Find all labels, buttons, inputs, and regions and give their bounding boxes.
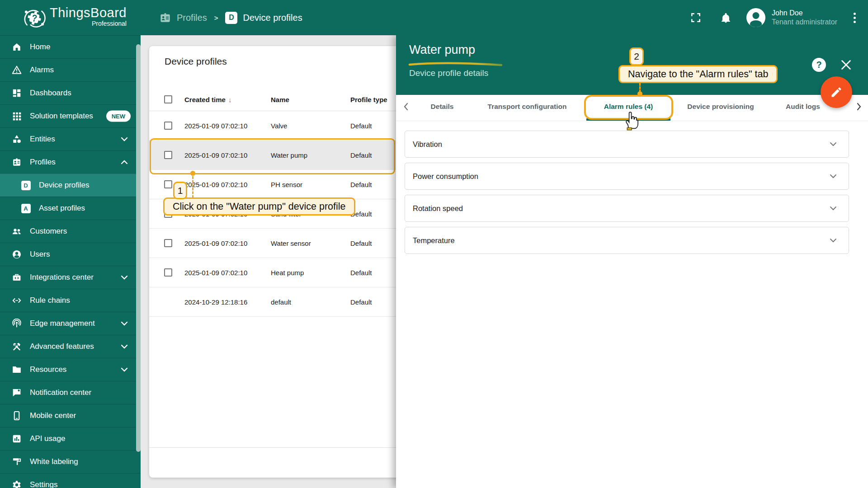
cell-name: PH sensor xyxy=(271,181,302,188)
help-icon[interactable]: ? xyxy=(812,58,826,72)
kebab-menu-icon[interactable] xyxy=(849,13,860,23)
sort-arrow-down-icon: ↓ xyxy=(228,96,232,103)
chevron-up-icon xyxy=(121,158,128,166)
tab-transport-configuration[interactable]: Transport configuration xyxy=(484,95,570,118)
cell-profile-type: Default xyxy=(350,122,372,130)
row-checkbox[interactable] xyxy=(164,239,172,247)
cell-name: Water pump xyxy=(271,151,307,159)
sidebar-item-profiles[interactable]: Profiles xyxy=(0,150,141,174)
sidebar-item-white-labeling[interactable]: White labeling xyxy=(0,450,141,473)
sidebar-item-label: Dashboards xyxy=(30,89,71,98)
sidebar-nav: HomeAlarmsDashboardsSolution templatesNE… xyxy=(0,35,141,488)
sidebar-item-notification-center[interactable]: Notification center xyxy=(0,381,141,404)
accordion-power-consumption[interactable]: Power consumption xyxy=(405,163,849,190)
pencil-icon xyxy=(830,86,843,99)
sidebar-item-api-usage[interactable]: API usage xyxy=(0,427,141,450)
annotation-title-underline xyxy=(408,61,503,67)
cell-profile-type: Default xyxy=(350,269,372,277)
chevron-down-icon xyxy=(121,343,128,351)
sidebar-item-resources[interactable]: Resources xyxy=(0,358,141,381)
select-all-checkbox[interactable] xyxy=(164,95,172,103)
tab-details[interactable]: Details xyxy=(422,95,462,118)
sidebar-item-customers[interactable]: Customers xyxy=(0,220,141,243)
tabs-scroll-right-icon[interactable] xyxy=(854,101,864,112)
cell-created-time: 2025-01-09 07:02:10 xyxy=(184,151,247,159)
tab-alarm-rules-4[interactable]: Alarm rules (4) xyxy=(586,95,670,118)
sidebar-item-solution-templates[interactable]: Solution templatesNEW xyxy=(0,104,141,127)
chip-icon: A xyxy=(21,203,31,213)
integrations-icon xyxy=(12,272,22,282)
sidebar-item-dashboards[interactable]: Dashboards xyxy=(0,81,141,104)
thingsboard-logo-icon xyxy=(22,5,47,31)
device-profile-chip-icon: D xyxy=(225,12,237,24)
sidebar-item-edge-management[interactable]: Edge management xyxy=(0,312,141,335)
cell-created-time: 2025-01-09 07:02:10 xyxy=(184,181,247,188)
thingsboard-app: Device profiles Created time↓ Name Profi… xyxy=(0,0,868,488)
sidebar-item-asset-profiles[interactable]: AAsset profiles xyxy=(0,197,141,220)
sidebar-item-rule-chains[interactable]: Rule chains xyxy=(0,289,141,312)
column-header-created-time[interactable]: Created time↓ xyxy=(184,96,231,103)
sidebar-item-label: Advanced features xyxy=(30,342,94,351)
avatar[interactable] xyxy=(746,8,765,27)
fullscreen-icon[interactable] xyxy=(687,9,705,27)
cell-name: Water sensor xyxy=(271,239,311,247)
cell-profile-type: Default xyxy=(350,298,372,306)
annotation-step-badge-1: 1 xyxy=(173,182,187,199)
chevron-down-icon xyxy=(830,236,837,244)
panel-title: Water pump xyxy=(409,43,475,57)
white-labeling-icon xyxy=(12,457,22,467)
notifications-bell-icon[interactable] xyxy=(717,9,735,27)
sidebar-item-integrations-center[interactable]: Integrations center xyxy=(0,266,141,289)
api-icon xyxy=(12,434,22,444)
annotation-callout-2: Navigate to the "Alarm rules" tab xyxy=(618,65,778,83)
accordion-vibration[interactable]: Vibration xyxy=(405,131,849,158)
row-checkbox[interactable] xyxy=(164,151,172,159)
breadcrumb-profiles[interactable]: Profiles xyxy=(177,13,207,23)
sidebar-item-device-profiles[interactable]: DDevice profiles xyxy=(0,174,141,197)
edge-icon xyxy=(12,319,22,328)
sidebar-item-alarms[interactable]: Alarms xyxy=(0,58,141,81)
sidebar-item-mobile-center[interactable]: Mobile center xyxy=(0,404,141,427)
tabs-scroll-left-icon[interactable] xyxy=(401,101,411,112)
entities-icon xyxy=(12,134,22,144)
brand-edition: Professional xyxy=(92,20,127,27)
accordion-rotation-speed[interactable]: Rotation speed xyxy=(405,195,849,222)
row-checkbox[interactable] xyxy=(164,268,172,277)
close-icon[interactable] xyxy=(840,59,852,71)
sidebar-scrollbar[interactable] xyxy=(136,44,141,452)
users-icon xyxy=(12,249,22,259)
sidebar-item-settings[interactable]: Settings xyxy=(0,473,141,488)
cell-name: Heat pump xyxy=(271,269,304,277)
row-checkbox[interactable] xyxy=(164,122,172,130)
sidebar-item-label: API usage xyxy=(30,434,65,443)
annotation-connector-line-2 xyxy=(639,83,641,92)
column-header-name[interactable]: Name xyxy=(271,96,289,103)
sidebar-item-label: Mobile center xyxy=(30,411,76,420)
cell-created-time: 2025-01-09 07:02:10 xyxy=(184,122,247,130)
row-checkbox[interactable] xyxy=(164,180,172,188)
annotation-step-badge-2: 2 xyxy=(629,47,644,66)
sidebar-item-advanced-features[interactable]: Advanced features xyxy=(0,335,141,358)
sidebar-item-label: Profiles xyxy=(30,158,56,167)
annotation-connector-dot-1 xyxy=(190,171,195,176)
sidebar-item-label: Customers xyxy=(30,227,67,236)
annotation-callout-1: Click on the "Water pump" device profile xyxy=(163,197,355,216)
cell-created-time: 2025-01-09 07:02:10 xyxy=(184,239,247,247)
accordion-temperature[interactable]: Temperature xyxy=(405,227,849,254)
chip-icon: D xyxy=(21,180,31,190)
panel-tabs: DetailsTransport configurationAlarm rule… xyxy=(396,95,868,121)
column-header-profile-type[interactable]: Profile type xyxy=(350,96,387,103)
cell-profile-type: Default xyxy=(350,181,372,188)
sidebar-item-entities[interactable]: Entities xyxy=(0,127,141,150)
cell-created-time: 2024-10-29 12:18:16 xyxy=(184,298,247,306)
brand-logo[interactable]: ThingsBoard Professional xyxy=(22,4,127,31)
tab-device-provisioning[interactable]: Device provisioning xyxy=(680,95,761,118)
cell-name: default xyxy=(271,298,291,306)
edit-button[interactable] xyxy=(821,76,852,108)
sidebar-item-users[interactable]: Users xyxy=(0,243,141,266)
sidebar-item-home[interactable]: Home xyxy=(0,35,141,58)
new-badge: NEW xyxy=(106,111,131,122)
breadcrumb-device-profiles[interactable]: Device profiles xyxy=(243,13,302,23)
rule-chains-icon xyxy=(12,296,22,305)
breadcrumb: Profiles > D Device profiles xyxy=(159,0,302,35)
